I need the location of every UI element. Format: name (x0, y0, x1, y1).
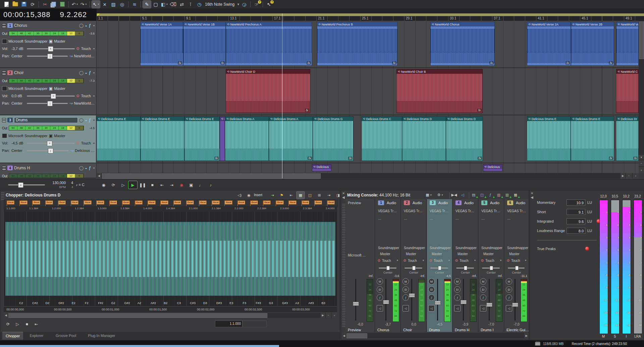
chopper-scroll-left-icon[interactable]: ◀ (4, 313, 8, 318)
strip-mute-button[interactable]: M (377, 278, 383, 285)
insert-input-bus-icon[interactable]: ▥+ (495, 191, 502, 198)
hscroll-thumb[interactable] (102, 173, 321, 179)
record-button[interactable]: ◉ (99, 181, 108, 189)
strip-more[interactable]: … (455, 217, 459, 220)
strip-pan-handle[interactable] (412, 266, 416, 270)
track-fx-icon[interactable]: ƒ (89, 166, 91, 170)
timecode-display[interactable]: 00:00:15,388 (3, 10, 50, 19)
audio-event[interactable]: ⟲Delicious Drums E (527, 116, 571, 161)
strip-device[interactable]: Soundmapper (455, 246, 477, 250)
loudness-close-icon[interactable]: ✕ (531, 191, 533, 195)
beat-marker[interactable]: Beat (135, 200, 135, 206)
strip-automation-mode[interactable]: Touch (434, 259, 443, 263)
chopper-zoom-in-icon[interactable]: ＋ (332, 313, 337, 318)
audio-event[interactable]: ⟲Delicious Drfx (616, 116, 639, 161)
strip-more[interactable]: … (507, 217, 511, 220)
event-fx-badge[interactable]: fx (307, 61, 311, 65)
strip-bus[interactable]: Master (432, 252, 442, 256)
insert-assignable-fx-icon[interactable]: ▤+ (470, 191, 477, 198)
strip-pan-handle[interactable] (386, 266, 390, 270)
strip-track-name[interactable]: VEGAS Tr… (404, 209, 423, 213)
audio-event[interactable]: ⟲Delicious Drums Dfx (446, 116, 483, 161)
envelope-icon[interactable]: ↝ (70, 148, 73, 153)
audio-event[interactable]: ⟲Delicious Drums Gfx (313, 116, 354, 161)
mixer-scroll-left-icon[interactable]: ◀ (342, 333, 346, 338)
audio-event[interactable]: ⟲D (220, 116, 225, 161)
strip-solo-button[interactable]: S! (402, 286, 409, 293)
volume-slider[interactable]: ≡ (27, 48, 75, 49)
auto-preview-icon[interactable]: ◉ (245, 191, 253, 199)
strip-pan-slider[interactable] (482, 268, 500, 269)
volume-handle[interactable]: ≡ (47, 141, 52, 146)
beat-marker[interactable]: Beat (237, 200, 238, 206)
strip-fx-button[interactable]: ƒ (506, 294, 512, 301)
pan-value[interactable]: Center (11, 101, 25, 105)
timeline-lane[interactable]: ⟲Delicious Drums E⟲Delicious Drums E⟲Del… (97, 115, 639, 163)
quantize-clock-icon[interactable]: ◷ (195, 1, 203, 8)
audio-event[interactable]: ⟲Delicious Drums Afx (269, 116, 313, 161)
strip-speaker-button[interactable]: ◁ (402, 305, 409, 311)
chopper-loop-button[interactable]: ⟳ (4, 320, 12, 328)
event-fx-badge[interactable]: fx (392, 61, 396, 65)
strip-name[interactable]: Electric Gui… (506, 328, 529, 332)
strip-mute-button[interactable]: M (480, 278, 486, 285)
groove-clock-icon[interactable]: ◶ (240, 1, 248, 8)
solo-icon[interactable]: ◒ (85, 70, 87, 75)
pan-handle[interactable]: | (48, 148, 53, 154)
event-fx-badge[interactable]: fx (566, 61, 570, 65)
mute-icon[interactable]: ◯ (79, 118, 84, 122)
track-drag-handle-icon[interactable] (2, 118, 6, 122)
strip-pan-handle[interactable] (464, 266, 467, 270)
chopper-length-box[interactable] (243, 321, 267, 327)
beat-marker[interactable]: Beat (186, 200, 186, 206)
strip-name[interactable]: Preview (348, 328, 361, 332)
strip-gear-icon[interactable]: ⚙ (455, 258, 458, 263)
strip-name[interactable]: Drums H (455, 328, 469, 332)
strip-device[interactable]: Soundmapper (507, 246, 528, 250)
timeline-hscrollbar[interactable]: ◀ ▶ − ＋ (97, 173, 639, 179)
strip-name[interactable]: Chorus (377, 328, 389, 332)
mute-icon[interactable]: ◯ (79, 23, 84, 28)
strip-device[interactable]: Microsoft … (348, 253, 366, 257)
bus-name[interactable]: Master (54, 39, 65, 43)
beat-marker[interactable]: Beat (71, 200, 71, 206)
punch-in-button[interactable]: ▣ (187, 181, 196, 189)
audio-event[interactable]: ⟲Delicious Drums Efx (571, 116, 614, 161)
loop-region-start-marker[interactable] (97, 13, 100, 16)
track-menu-icon[interactable]: ▾ (93, 167, 95, 170)
strip-automation-mode[interactable]: Touch (460, 259, 469, 263)
beat-marker[interactable]: Beat (19, 200, 20, 206)
strip-automation-dropdown[interactable]: ▾ (500, 259, 501, 262)
beat-marker[interactable]: Beat (58, 200, 58, 206)
normal-edit-tool-icon-dropdown[interactable]: ▾ (98, 3, 99, 6)
automation-gear-icon[interactable]: ⚙ (76, 141, 80, 146)
audio-event[interactable]: ⟲NewWorld Choir Bfx (396, 69, 483, 113)
strip-automation-mode[interactable]: Touch (511, 259, 520, 263)
dim-output-icon[interactable]: ◁ (459, 191, 466, 198)
audio-event[interactable]: ⟲NewWorld Verse (616, 22, 639, 66)
strip-fader-handle[interactable] (512, 303, 518, 307)
strip-more[interactable]: … (430, 217, 433, 220)
strip-bus[interactable]: Master (483, 252, 494, 256)
audio-event[interactable]: ⟲Delicious (483, 164, 502, 171)
mixer-strip-electric-gui…[interactable]: 6AudioVEGAS Tr……SoundmapperMaster⚙Touch▾… (504, 199, 529, 332)
strip-name[interactable]: Drums (429, 328, 440, 332)
mixer-strip-choir[interactable]: 2AudioVEGAS Tr……SoundmapperMaster⚙Touch▾… (401, 199, 427, 332)
strip-automation-dropdown[interactable]: ▾ (397, 259, 398, 262)
strip-db-value[interactable]: -4,5 (427, 323, 452, 326)
event-fx-badge[interactable]: fx (489, 61, 494, 65)
strip-mute-button[interactable]: M (428, 278, 435, 285)
pause-button[interactable]: ❚❚ (138, 181, 147, 189)
mixer-strip-drums[interactable]: 3AudioVEGAS Tr……SoundmapperMaster⚙Touch▾… (427, 199, 452, 332)
strip-fader-track[interactable] (489, 279, 490, 321)
audio-event[interactable]: ⟲Delicious (312, 164, 331, 171)
record-red-button[interactable]: ◉ (177, 181, 186, 189)
beat-marker[interactable]: Beat (160, 200, 161, 206)
track-zoom-out-icon[interactable]: − (639, 160, 644, 166)
strip-fader-handle[interactable] (383, 300, 389, 304)
strip-gear-icon[interactable]: ⚙ (429, 258, 432, 263)
strip-mute-button[interactable]: M (454, 278, 461, 285)
strip-gear-icon[interactable]: ⚙ (403, 258, 407, 263)
automation-gear-icon[interactable]: ⚙ (76, 94, 80, 98)
swing-dropdown-icon[interactable]: ▼ (237, 3, 240, 6)
